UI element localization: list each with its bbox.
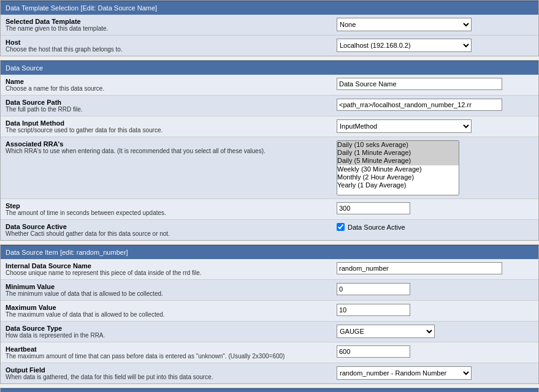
data-source-header: Data Source xyxy=(1,61,538,75)
ds-name-input[interactable] xyxy=(337,78,502,90)
template-selection-title: Data Template Selection xyxy=(6,4,78,12)
selected-template-label-col: Selected Data Template The name given to… xyxy=(6,18,337,32)
dsi-internal-name-label: Internal Data Source Name xyxy=(6,262,337,270)
data-source-item-section: Data Source Item [edit: random_number] I… xyxy=(0,244,539,384)
ds-path-input[interactable] xyxy=(337,99,502,111)
data-source-item-title: Data Source Item xyxy=(6,249,58,256)
ds-name-label-col: Name Choose a name for this data source. xyxy=(6,78,337,92)
host-row: Host Choose the host that this graph bel… xyxy=(1,36,538,56)
ds-step-desc: The amount of time in seconds between ex… xyxy=(6,209,337,216)
ds-name-input-col xyxy=(337,78,533,90)
ds-input-method-row: Data Input Method The script/source used… xyxy=(1,116,538,137)
ds-input-method-label-col: Data Input Method The script/source used… xyxy=(6,119,337,134)
dsi-ds-type-label-col: Data Source Type How data is represented… xyxy=(6,325,337,339)
ds-input-method-input-col: InputMethod xyxy=(337,119,533,133)
host-select[interactable]: Localhost (192.168.0.2) xyxy=(337,39,472,52)
dsi-heartbeat-desc: The maximum amount of time that can pass… xyxy=(6,353,337,360)
dsi-output-field-desc: When data is gathered, the data for this… xyxy=(6,374,337,380)
ds-rra-listbox[interactable]: Daily (10 seks Average) Daily (1 Minute … xyxy=(337,140,459,195)
dsi-heartbeat-input[interactable] xyxy=(337,345,410,358)
ds-active-label-col: Data Source Active Whether Cacti should … xyxy=(6,223,337,237)
ds-path-label-col: Data Source Path The full path to the RR… xyxy=(6,99,337,113)
dsi-min-value-input-col xyxy=(337,283,533,295)
ds-active-checkbox-label: Data Source Active xyxy=(348,224,405,231)
ds-active-row: Data Source Active Whether Cacti should … xyxy=(1,220,538,240)
dsi-min-value-input[interactable] xyxy=(337,283,410,295)
template-selection-section: Data Template Selection [Edit: Data Sour… xyxy=(0,0,539,56)
data-source-item-edit-label: [edit: random_number] xyxy=(60,249,128,256)
custom-data-section: Custom Data [data input: InputMethod] No… xyxy=(0,388,539,392)
ds-step-row: Step The amount of time in seconds betwe… xyxy=(1,199,538,220)
page-wrapper: Data Template Selection [Edit: Data Sour… xyxy=(0,0,539,392)
ds-path-row: Data Source Path The full path to the RR… xyxy=(1,96,538,116)
ds-active-input-col: Data Source Active xyxy=(337,223,533,231)
ds-active-desc: Whether Cacti should gather data for thi… xyxy=(6,230,337,237)
dsi-min-value-label: Minimum Value xyxy=(6,283,337,290)
selected-template-input-col: None xyxy=(337,18,533,31)
dsi-output-field-input-col: random_number - Random Number xyxy=(337,366,533,380)
dsi-ds-type-select[interactable]: GAUGE COUNTER DERIVE ABSOLUTE xyxy=(337,325,435,338)
dsi-ds-type-desc: How data is represented in the RRA. xyxy=(6,332,337,339)
ds-rra-row: Associated RRA's Which RRA's to use when… xyxy=(1,137,538,199)
data-source-item-header: Data Source Item [edit: random_number] xyxy=(1,245,538,259)
ds-step-input[interactable] xyxy=(337,202,410,214)
ds-step-label: Step xyxy=(6,202,337,209)
template-selection-header: Data Template Selection [Edit: Data Sour… xyxy=(1,1,538,15)
dsi-min-value-label-col: Minimum Value The minimum value of data … xyxy=(6,283,337,297)
dsi-min-value-row: Minimum Value The minimum value of data … xyxy=(1,280,538,301)
dsi-output-field-label-col: Output Field When data is gathered, the … xyxy=(6,366,337,380)
dsi-ds-type-label: Data Source Type xyxy=(6,325,337,332)
dsi-heartbeat-input-col xyxy=(337,345,533,358)
dsi-heartbeat-row: Heartbeat The maximum amount of time tha… xyxy=(1,342,538,363)
ds-input-method-select[interactable]: InputMethod xyxy=(337,119,472,133)
dsi-max-value-label-col: Maximum Value The maximum value of data … xyxy=(6,304,337,318)
dsi-min-value-desc: The minimum value of data that is allowe… xyxy=(6,290,337,297)
ds-step-input-col xyxy=(337,202,533,214)
ds-input-method-desc: The script/source used to gather data fo… xyxy=(6,127,337,134)
host-desc: Choose the host that this graph belongs … xyxy=(6,46,337,53)
dsi-internal-name-input[interactable] xyxy=(337,262,502,274)
dsi-output-field-row: Output Field When data is gathered, the … xyxy=(1,363,538,383)
dsi-output-field-label: Output Field xyxy=(6,366,337,374)
dsi-internal-name-input-col xyxy=(337,262,533,274)
dsi-max-value-input[interactable] xyxy=(337,304,410,316)
dsi-internal-name-desc: Choose unique name to represent this pie… xyxy=(6,270,337,276)
dsi-ds-type-input-col: GAUGE COUNTER DERIVE ABSOLUTE xyxy=(337,325,533,338)
ds-rra-input-col: Daily (10 seks Average) Daily (1 Minute … xyxy=(337,140,533,195)
dsi-heartbeat-label: Heartbeat xyxy=(6,345,337,353)
dsi-internal-name-row: Internal Data Source Name Choose unique … xyxy=(1,259,538,280)
selected-template-label: Selected Data Template xyxy=(6,18,337,25)
dsi-heartbeat-label-col: Heartbeat The maximum amount of time tha… xyxy=(6,345,337,360)
host-input-col: Localhost (192.168.0.2) xyxy=(337,39,533,52)
dsi-internal-name-label-col: Internal Data Source Name Choose unique … xyxy=(6,262,337,276)
ds-name-desc: Choose a name for this data source. xyxy=(6,85,337,92)
dsi-ds-type-row: Data Source Type How data is represented… xyxy=(1,322,538,342)
ds-active-checkbox-row: Data Source Active xyxy=(337,223,405,231)
ds-rra-listbox-container: Daily (10 seks Average) Daily (1 Minute … xyxy=(337,140,459,195)
ds-active-checkbox[interactable] xyxy=(337,223,345,231)
ds-name-row: Name Choose a name for this data source. xyxy=(1,75,538,96)
ds-rra-label-col: Associated RRA's Which RRA's to use when… xyxy=(6,140,337,154)
ds-input-method-label: Data Input Method xyxy=(6,119,337,127)
selected-template-desc: The name given to this data template. xyxy=(6,25,337,32)
selected-template-row: Selected Data Template The name given to… xyxy=(1,15,538,36)
ds-name-label: Name xyxy=(6,78,337,85)
ds-path-desc: The full path to the RRD file. xyxy=(6,106,337,113)
ds-path-label: Data Source Path xyxy=(6,99,337,106)
ds-path-input-col xyxy=(337,99,533,111)
ds-rra-desc: Which RRA's to use when entering data. (… xyxy=(6,148,337,154)
selected-template-select[interactable]: None xyxy=(337,18,472,31)
dsi-max-value-input-col xyxy=(337,304,533,316)
template-selection-edit-label: [Edit: Data Source Name] xyxy=(80,4,157,12)
dsi-max-value-label: Maximum Value xyxy=(6,304,337,311)
ds-active-label: Data Source Active xyxy=(6,223,337,230)
data-source-section: Data Source Name Choose a name for this … xyxy=(0,60,539,241)
host-label: Host xyxy=(6,39,337,46)
dsi-max-value-desc: The maximum value of data that is allowe… xyxy=(6,311,337,318)
ds-step-label-col: Step The amount of time in seconds betwe… xyxy=(6,202,337,216)
host-label-col: Host Choose the host that this graph bel… xyxy=(6,39,337,53)
dsi-max-value-row: Maximum Value The maximum value of data … xyxy=(1,301,538,322)
data-source-title: Data Source xyxy=(6,64,43,72)
custom-data-header: Custom Data [data input: InputMethod] xyxy=(1,388,538,392)
dsi-output-field-select[interactable]: random_number - Random Number xyxy=(337,366,472,380)
